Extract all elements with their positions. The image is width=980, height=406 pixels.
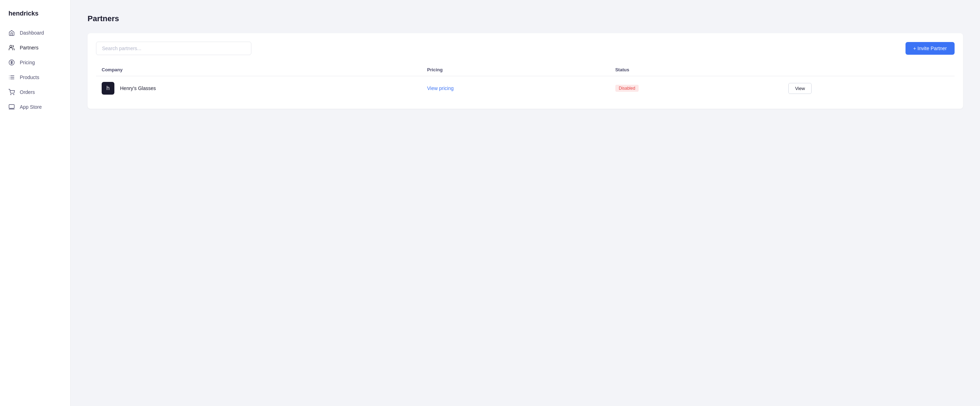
sidebar-item-dashboard[interactable]: Dashboard [0, 26, 70, 40]
store-icon [8, 104, 15, 110]
cart-icon [8, 89, 15, 96]
invite-partner-button[interactable]: + Invite Partner [905, 42, 955, 55]
action-cell: View [783, 76, 955, 100]
status-badge: Disabled [615, 85, 639, 92]
sidebar-item-products-label: Products [20, 75, 39, 80]
company-cell: h Henry's Glasses [96, 76, 422, 100]
view-pricing-link[interactable]: View pricing [427, 86, 453, 91]
company-name: Henry's Glasses [120, 86, 156, 91]
sidebar: hendricks Dashboard Partners Pricing Pro… [0, 0, 71, 406]
table-header-row: Company Pricing Status [96, 64, 955, 76]
svg-point-0 [10, 45, 12, 47]
partners-card: + Invite Partner Company Pricing Status … [88, 33, 963, 109]
sidebar-item-pricing-label: Pricing [20, 60, 35, 65]
dollar-icon [8, 59, 15, 66]
col-status: Status [610, 64, 783, 76]
svg-rect-11 [9, 105, 14, 108]
sidebar-item-app-store[interactable]: App Store [0, 100, 70, 114]
partners-table: Company Pricing Status h Henry's Glasses [96, 64, 955, 100]
sidebar-nav: Dashboard Partners Pricing Products Orde [0, 26, 70, 114]
list-icon [8, 74, 15, 81]
view-button[interactable]: View [788, 83, 811, 94]
sidebar-item-orders-label: Orders [20, 89, 35, 95]
search-input[interactable] [96, 41, 251, 55]
sidebar-item-products[interactable]: Products [0, 70, 70, 84]
col-company: Company [96, 64, 422, 76]
page-title: Partners [88, 14, 963, 23]
status-cell: Disabled [610, 76, 783, 100]
app-logo: hendricks [0, 7, 70, 26]
pricing-cell: View pricing [422, 76, 610, 100]
main-content: Partners + Invite Partner Company Pricin… [71, 0, 980, 406]
sidebar-item-pricing[interactable]: Pricing [0, 56, 70, 70]
toolbar: + Invite Partner [96, 41, 955, 55]
sidebar-item-partners-label: Partners [20, 45, 38, 51]
people-icon [8, 45, 15, 51]
svg-point-10 [13, 94, 14, 95]
table-header: Company Pricing Status [96, 64, 955, 76]
home-icon [8, 30, 15, 36]
avatar: h [102, 82, 115, 95]
sidebar-item-orders[interactable]: Orders [0, 85, 70, 99]
table-body: h Henry's Glasses View pricing Disabled … [96, 76, 955, 100]
sidebar-item-app-store-label: App Store [20, 104, 41, 110]
table-row: h Henry's Glasses View pricing Disabled … [96, 76, 955, 100]
sidebar-item-partners[interactable]: Partners [0, 41, 70, 55]
svg-point-9 [11, 94, 11, 95]
sidebar-item-dashboard-label: Dashboard [20, 30, 44, 36]
col-action [783, 64, 955, 76]
col-pricing: Pricing [422, 64, 610, 76]
